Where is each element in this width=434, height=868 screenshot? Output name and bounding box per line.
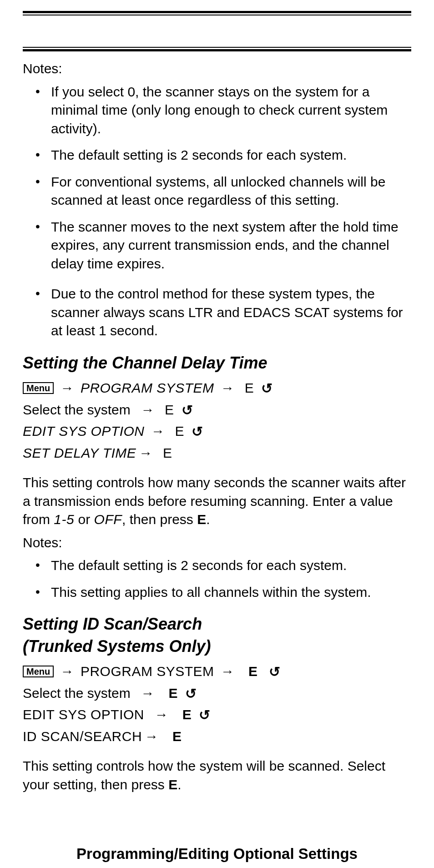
key-e: E: [163, 445, 172, 460]
rotate-icon: ↺: [192, 421, 203, 443]
menu-step-program-system: PROGRAM SYSTEM: [81, 664, 214, 679]
key-e: E: [248, 664, 257, 679]
notes-list-2: The default setting is 2 seconds for eac…: [23, 556, 411, 601]
rotate-icon: ↺: [261, 378, 273, 399]
key-e: E: [165, 402, 174, 417]
arrow-icon: →: [148, 421, 167, 442]
list-item: The scanner moves to the next system aft…: [40, 218, 411, 273]
key-e: E: [175, 424, 184, 439]
arrow-icon: →: [58, 661, 77, 682]
arrow-icon: →: [58, 378, 77, 399]
key-e: E: [197, 512, 206, 527]
arrow-icon: →: [138, 399, 157, 421]
content: Notes: If you select 0, the scanner stay…: [12, 53, 422, 868]
notes-list-1: If you select 0, the scanner stays on th…: [23, 83, 411, 273]
key-e: E: [172, 729, 182, 744]
key-e: E: [168, 777, 177, 792]
value-range: 1-5: [54, 512, 74, 527]
arrow-icon: →: [136, 443, 155, 464]
delay-description: This setting controls how many seconds t…: [23, 474, 411, 529]
arrow-icon: →: [218, 378, 237, 399]
menu-button[interactable]: Menu: [23, 382, 54, 394]
select-system-text: Select the system: [23, 686, 131, 701]
key-e: E: [182, 707, 192, 722]
rotate-icon: ↺: [182, 400, 193, 421]
section-title-delay: Setting the Channel Delay Time: [23, 352, 411, 374]
menu-step-edit-sys-option: EDIT SYS OPTION: [23, 424, 145, 439]
list-item: Due to the control method for these syst…: [40, 285, 411, 340]
list-item: The default setting is 2 seconds for eac…: [40, 556, 411, 575]
section-title-idscan: Setting ID Scan/Search (Trunked Systems …: [23, 613, 411, 657]
select-system-text: Select the system: [23, 402, 131, 417]
list-item: For conventional systems, all unlocked c…: [40, 173, 411, 210]
list-item: This setting applies to all channels wit…: [40, 583, 411, 602]
menu-step-set-delay-time: SET DELAY TIME: [23, 445, 136, 460]
page: Notes: If you select 0, the scanner stay…: [0, 0, 434, 868]
key-e: E: [245, 380, 254, 395]
rotate-icon: ↺: [199, 705, 210, 726]
list-item: The default setting is 2 seconds for eac…: [40, 146, 411, 165]
list-item: If you select 0, the scanner stays on th…: [40, 83, 411, 138]
arrow-icon: →: [142, 726, 161, 747]
menu-step-program-system: PROGRAM SYSTEM: [81, 380, 214, 395]
arrow-icon: →: [138, 683, 157, 704]
notes-label-2: Notes:: [23, 534, 411, 552]
rotate-icon: ↺: [185, 683, 197, 705]
nav-sequence-delay: Menu → PROGRAM SYSTEM → E ↺ Select the s…: [23, 378, 411, 464]
key-e: E: [168, 686, 177, 701]
menu-button[interactable]: Menu: [23, 666, 54, 677]
idscan-description: This setting controls how the system wil…: [23, 757, 411, 794]
value-off: OFF: [94, 512, 122, 527]
nav-sequence-idscan: Menu → PROGRAM SYSTEM → E ↺ Select the s…: [23, 661, 411, 747]
rotate-icon: ↺: [269, 661, 280, 683]
arrow-icon: →: [218, 661, 237, 682]
notes-list-1b: Due to the control method for these syst…: [23, 285, 411, 340]
menu-step-edit-sys-option: EDIT SYS OPTION: [23, 707, 144, 722]
top-rule: [12, 11, 422, 15]
footer-title: Programming/Editing Optional Settings: [23, 844, 411, 864]
arrow-icon: →: [152, 704, 171, 726]
notes-label-1: Notes:: [23, 60, 411, 78]
top-rule-2: [12, 47, 422, 51]
menu-step-id-scan-search: ID SCAN/SEARCH: [23, 729, 142, 744]
